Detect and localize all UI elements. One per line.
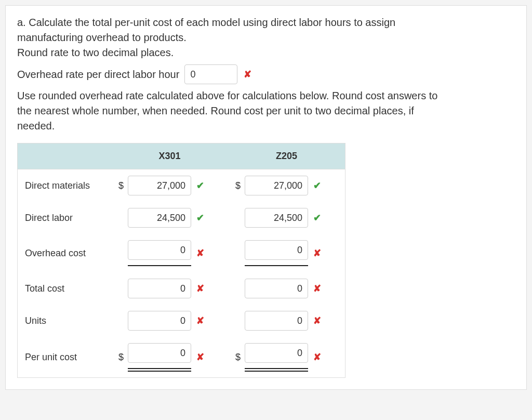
grandtotal-rule bbox=[245, 368, 308, 371]
row-label: Overhead cost bbox=[18, 248, 111, 259]
answer-mark: ✘ bbox=[312, 283, 322, 294]
row-label: Units bbox=[18, 316, 111, 326]
value-cell: ✘ bbox=[228, 311, 345, 331]
table-row: Overhead cost✘✘ bbox=[18, 234, 345, 272]
value-cell: ✘ bbox=[228, 240, 345, 266]
prompt-line-3: Round rate to two decimal places. bbox=[17, 45, 515, 60]
cost-input[interactable] bbox=[245, 208, 308, 228]
table-row: Direct labor✔✔ bbox=[18, 202, 345, 234]
cost-input[interactable] bbox=[128, 176, 191, 195]
row-label: Direct labor bbox=[18, 213, 111, 224]
cost-input[interactable] bbox=[245, 176, 308, 195]
row-label: Total cost bbox=[18, 283, 111, 294]
value-cell: $✔ bbox=[111, 176, 228, 195]
subtotal-rule bbox=[245, 265, 308, 266]
answer-mark: ✔ bbox=[312, 180, 322, 191]
answer-mark: ✘ bbox=[195, 247, 205, 259]
dollar-sign: $ bbox=[233, 352, 241, 363]
table-row: Units✘✘ bbox=[18, 305, 345, 337]
table-row: Total cost✘✘ bbox=[18, 272, 345, 305]
value-cell: ✘ bbox=[111, 240, 228, 266]
question-panel: a. Calculate the total per-unit cost of … bbox=[5, 5, 527, 390]
note-line-2: the nearest whole number, when needed. R… bbox=[17, 103, 515, 119]
answer-mark: ✘ bbox=[312, 315, 322, 326]
note-line-3: needed. bbox=[17, 119, 515, 134]
col-header-z205: Z205 bbox=[228, 143, 345, 169]
cost-input[interactable] bbox=[128, 279, 191, 298]
grandtotal-rule bbox=[128, 368, 191, 371]
cost-table: X301 Z205 Direct materials$✔$✔Direct lab… bbox=[17, 143, 345, 378]
answer-mark: ✔ bbox=[312, 212, 322, 224]
cost-input[interactable] bbox=[128, 240, 191, 260]
dollar-sign: $ bbox=[116, 180, 124, 191]
value-cell: ✘ bbox=[111, 311, 228, 331]
dollar-sign: $ bbox=[116, 352, 124, 363]
overhead-rate-label: Overhead rate per direct labor hour bbox=[17, 69, 179, 81]
value-cell: $✘ bbox=[228, 343, 345, 371]
cost-input[interactable] bbox=[128, 208, 191, 228]
overhead-rate-input[interactable] bbox=[184, 64, 237, 84]
col-header-x301: X301 bbox=[111, 143, 228, 169]
answer-mark: ✘ bbox=[312, 351, 322, 363]
note-line-1: Use rounded overhead rate calculated abo… bbox=[17, 88, 515, 103]
value-cell: ✔ bbox=[111, 208, 228, 228]
table-row: Per unit cost$✘$✘ bbox=[18, 337, 345, 377]
answer-mark: ✘ bbox=[195, 315, 205, 326]
answer-mark: ✘ bbox=[312, 247, 322, 259]
value-cell: $✔ bbox=[228, 176, 345, 195]
cost-input[interactable] bbox=[245, 240, 308, 260]
prompt-line-2: manufacturing overhead to products. bbox=[17, 30, 515, 45]
cost-input[interactable] bbox=[245, 279, 308, 298]
value-cell: ✔ bbox=[228, 208, 345, 228]
value-cell: ✘ bbox=[111, 279, 228, 298]
value-cell: $✘ bbox=[111, 343, 228, 371]
row-label: Per unit cost bbox=[18, 352, 111, 363]
answer-mark: ✔ bbox=[195, 180, 205, 191]
cost-input[interactable] bbox=[245, 343, 308, 363]
cost-input[interactable] bbox=[128, 343, 191, 363]
dollar-sign: $ bbox=[233, 180, 241, 191]
answer-mark: ✔ bbox=[195, 212, 205, 224]
cost-input[interactable] bbox=[128, 311, 191, 331]
answer-mark: ✘ bbox=[195, 351, 205, 363]
overhead-rate-mark: ✘ bbox=[243, 69, 252, 80]
answer-mark: ✘ bbox=[195, 283, 205, 294]
table-row: Direct materials$✔$✔ bbox=[18, 169, 345, 202]
cost-input[interactable] bbox=[245, 311, 308, 331]
value-cell: ✘ bbox=[228, 279, 345, 298]
prompt-line-1: a. Calculate the total per-unit cost of … bbox=[17, 15, 515, 30]
subtotal-rule bbox=[128, 265, 191, 266]
row-label: Direct materials bbox=[18, 180, 111, 191]
